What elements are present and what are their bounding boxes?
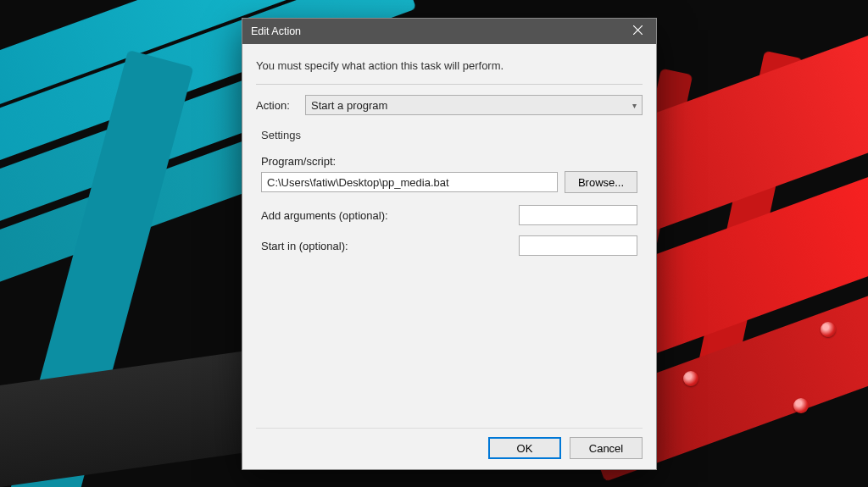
desktop-wallpaper: Edit Action You must specify what action…: [0, 0, 868, 487]
cancel-button[interactable]: Cancel: [570, 437, 643, 459]
startin-label: Start in (optional):: [261, 240, 519, 252]
dialog-button-row: OK Cancel: [256, 428, 643, 459]
settings-group: Program/script: Browse... Add arguments …: [256, 150, 643, 266]
chevron-down-icon: ▾: [632, 101, 637, 110]
action-label: Action:: [256, 99, 297, 112]
program-script-input[interactable]: [261, 172, 558, 192]
divider: [256, 84, 643, 85]
arguments-label: Add arguments (optional):: [261, 209, 519, 222]
close-button[interactable]: [619, 19, 656, 44]
arguments-input[interactable]: [519, 205, 637, 225]
ok-button[interactable]: OK: [488, 437, 561, 459]
dialog-titlebar[interactable]: Edit Action: [242, 19, 656, 44]
edit-action-dialog: Edit Action You must specify what action…: [242, 18, 657, 470]
close-icon: [633, 25, 643, 37]
browse-button[interactable]: Browse...: [565, 171, 637, 193]
dialog-title: Edit Action: [251, 25, 619, 37]
action-dropdown-value: Start a program: [311, 99, 387, 112]
instruction-text: You must specify what action this task w…: [256, 59, 643, 72]
program-label: Program/script:: [261, 155, 637, 168]
action-dropdown[interactable]: Start a program ▾: [305, 95, 643, 115]
dialog-body: You must specify what action this task w…: [242, 44, 656, 469]
startin-input[interactable]: [519, 235, 637, 256]
settings-groupbox-label: Settings: [261, 129, 643, 141]
